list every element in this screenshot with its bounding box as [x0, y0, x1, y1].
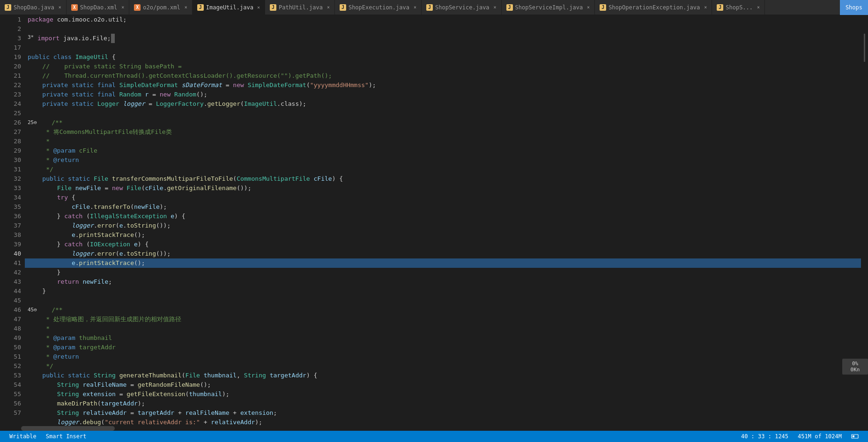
code-line-32: File newFile = new File(cFile.getOrigina… — [25, 184, 868, 193]
code-line-24 — [25, 109, 868, 118]
tab-close[interactable] — [121, 5, 124, 10]
code-line-35: } catch (IllegalStateException e) { — [25, 212, 868, 221]
code-line-48: * @param thumbnail — [25, 333, 868, 343]
line-num-51: 51 — [4, 352, 21, 361]
code-line-43: } — [25, 287, 868, 296]
tab-close[interactable] — [704, 5, 707, 10]
code-line-45: 45⊖ /** — [25, 305, 868, 315]
line-num-33: 33 — [4, 184, 21, 193]
tab-label: ShopDao.xml — [80, 4, 117, 11]
code-line-40: e.printStackTrace(); — [25, 258, 868, 268]
code-line-23: private static Logger logger = LoggerFac… — [25, 99, 868, 109]
line-num-38: 38 — [4, 230, 21, 240]
tab-close[interactable] — [587, 5, 590, 10]
code-line-26: * 将CommonsMultipartFile转换成File类 — [25, 127, 868, 137]
status-smart-insert[interactable]: Smart Insert — [41, 431, 91, 442]
line-num-20: 20 — [4, 62, 21, 71]
tab-ImageUtil-java[interactable]: J ImageUtil.java ✕ — [193, 0, 265, 15]
tab-label: ShopS... — [726, 4, 753, 11]
code-line-1: package com.imooc.o2o.util; — [25, 15, 868, 24]
editor-area: 1 2 3 17 19 20 21 22 23 24 25 26 27 28 2… — [0, 15, 868, 431]
line-num-44: 44 — [4, 287, 21, 296]
minimap-content — [864, 34, 865, 62]
tab-ShopExecution-java[interactable]: J ShopExecution.java — [335, 0, 422, 15]
line-num-45: 45 — [4, 296, 21, 305]
java-icon: J — [270, 4, 276, 11]
code-line-42: return newFile; — [25, 277, 868, 287]
tab-ShopService-java[interactable]: J ShopService.java — [422, 0, 502, 15]
code-line-52: public static String generateThumbnail(F… — [25, 371, 868, 380]
tab-label: ShopOperationException.java — [608, 4, 700, 11]
code-line-21: // Thread.currentThread().getContextClas… — [25, 71, 868, 81]
tab-bar: J ShopDao.java X ShopDao.xml X o2o/pom.x… — [0, 0, 868, 15]
shops-label: Shops — [840, 0, 868, 15]
code-line-36: logger.error(e.toString()); — [25, 221, 868, 230]
line-num-53: 53 — [4, 371, 21, 380]
status-memory-icon — [846, 431, 863, 442]
line-num-41: 41 — [4, 258, 21, 268]
tab-close[interactable] — [59, 5, 61, 10]
tab-close[interactable] — [327, 5, 330, 10]
line-num-34: 34 — [4, 193, 21, 202]
code-line-20: // private static String basePath = — [25, 62, 868, 71]
java-icon: J — [426, 4, 433, 11]
line-num-43: 43 — [4, 277, 21, 287]
line-num-36: 36 — [4, 212, 21, 221]
code-line-38: } catch (IOException e) { — [25, 240, 868, 249]
tab-pom-xml[interactable]: X o2o/pom.xml — [129, 0, 193, 15]
code-line-49: * @param targetAddr — [25, 343, 868, 352]
code-line-34: cFile.transferTo(newFile); — [25, 202, 868, 212]
code-line-33: try { — [25, 193, 868, 202]
code-line-3: 3* import java.io.File; — [25, 34, 868, 43]
line-num-40: 40 — [4, 249, 21, 258]
line-num-1: 1 — [4, 15, 21, 24]
line-num-29: 29 — [4, 146, 21, 155]
java-icon: J — [5, 4, 11, 11]
code-line-28: * @param cFile — [25, 146, 868, 155]
line-num-31: 31 — [4, 165, 21, 174]
code-line-27: * — [25, 137, 868, 146]
java-icon: J — [600, 4, 606, 11]
tab-label: o2o/pom.xml — [143, 4, 180, 11]
code-line-22: private static final Random r = new Rand… — [25, 90, 868, 99]
tab-close[interactable] — [185, 5, 187, 10]
tab-ShopOperationException-java[interactable]: J ShopOperationException.java — [595, 0, 712, 15]
code-line-54: String extension = getFileExtension(thum… — [25, 390, 868, 399]
status-writable[interactable]: Writable — [5, 431, 41, 442]
svg-rect-1 — [853, 435, 854, 437]
horizontal-scrollbar[interactable] — [0, 426, 868, 431]
code-line-39: logger.error(e.toString()); — [25, 249, 868, 258]
line-num-48: 48 — [4, 324, 21, 333]
line-num-46: 46 — [4, 305, 21, 315]
tab-label: ShopExecution.java — [349, 4, 409, 11]
line-num-39: 39 — [4, 240, 21, 249]
java-icon: J — [340, 4, 346, 11]
line-num-49: 49 — [4, 333, 21, 343]
bookmark-marker — [0, 324, 4, 333]
tab-close[interactable] — [494, 5, 497, 10]
scroll-thumb[interactable] — [21, 426, 115, 431]
tab-ShopDao-xml[interactable]: X ShopDao.xml — [67, 0, 130, 15]
code-line-31: public static File transferCommonsMultip… — [25, 174, 868, 184]
code-line-17 — [25, 43, 868, 52]
code-line-30: */ — [25, 165, 868, 174]
tab-label: PathUtil.java — [279, 4, 323, 11]
java-icon: J — [506, 4, 513, 11]
code-line-25: 25⊖ /** — [25, 118, 868, 127]
tab-label: ShopService.java — [435, 4, 490, 11]
tab-ShopServiceImpl-java[interactable]: J ShopServiceImpl.java — [502, 0, 595, 15]
widget-line2: 0Kn — [845, 367, 865, 373]
java-icon: J — [717, 4, 723, 11]
tab-close[interactable] — [757, 5, 760, 10]
line-num-22: 22 — [4, 81, 21, 90]
tab-PathUtil-java[interactable]: J PathUtil.java — [265, 0, 335, 15]
gutter-margin — [0, 15, 4, 431]
tab-close[interactable] — [414, 5, 416, 10]
line-num-54: 54 — [4, 380, 21, 390]
status-memory[interactable]: 451M of 1024M — [793, 431, 846, 442]
code-line-44 — [25, 296, 868, 305]
tab-ShopDao-java[interactable]: J ShopDao.java — [0, 0, 67, 15]
tab-ShopS[interactable]: J ShopS... — [712, 0, 765, 15]
code-editor[interactable]: package com.imooc.o2o.util; 3* import ja… — [25, 15, 868, 431]
code-line-57: logger.debug("current relativeAddr is:" … — [25, 418, 868, 427]
